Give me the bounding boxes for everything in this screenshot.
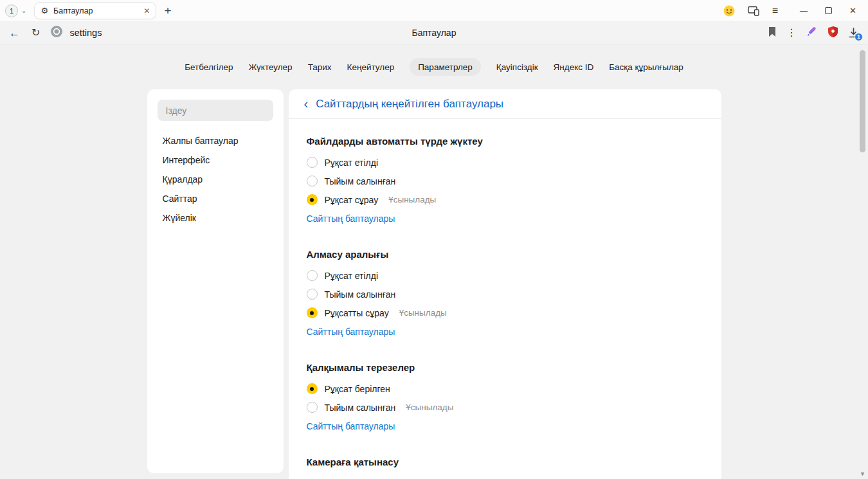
tab-title: Баптаулар [53,6,138,15]
protect-shield-icon[interactable] [827,26,838,41]
minimize-button[interactable]: — [800,6,808,15]
site-settings-link[interactable]: Сайттың баптаулары [307,327,395,337]
radio-icon[interactable] [307,402,318,413]
section-title: Камераға қатынасу [307,456,703,467]
recommended-badge: Ұсынылады [388,195,436,204]
radio-option[interactable]: Рұқсат етілді [307,153,703,172]
radio-icon[interactable] [307,307,318,318]
radio-label: Рұқсатты сұрау [325,308,389,318]
panel-body: Файлдарды автоматты түрде жүктеу Рұқсат … [289,119,721,479]
new-tab-button[interactable]: + [164,5,171,17]
radio-icon[interactable] [307,194,318,205]
radio-icon[interactable] [307,270,318,281]
tab-group-chevron-icon[interactable]: ⌄ [20,7,28,14]
tab-strip: 1 ⌄ ⚙ Баптаулар ✕ + [0,0,868,21]
site-settings-link[interactable]: Сайттың баптаулары [307,213,395,224]
scrollbar-down-arrow[interactable]: ▼ [857,471,868,477]
radio-label: Рұқсат етілді [325,271,379,281]
camera-section: Камераға қатынасу cv9734_azurewave_camer… [307,456,703,479]
maximize-button[interactable] [825,5,832,17]
settings-section: Қалқымалы терезелер Рұқсат берілген Тыйы… [307,362,703,432]
settings-section: Алмасу аралығы Рұқсат етілді Тыйым салын… [307,249,703,338]
radio-option[interactable]: Рұқсат сұрау Ұсынылады [307,190,703,209]
radio-option[interactable]: Рұқсат берілген [307,379,703,398]
settings-nav-tab[interactable]: Басқа құрылғылар [609,58,683,76]
browser-window: 1 ⌄ ⚙ Баптаулар ✕ + [0,0,868,479]
profile-avatar[interactable] [723,5,735,17]
radio-icon[interactable] [307,176,318,186]
site-settings-link[interactable]: Сайттың баптаулары [307,421,395,431]
refresh-button[interactable]: ↻ [32,28,40,38]
radio-option[interactable]: Тыйым салынған [307,285,703,303]
recommended-badge: Ұсынылады [399,308,447,318]
tab-group[interactable]: 1 ⌄ [5,5,28,17]
radio-option[interactable]: Рұқсат етілді [307,266,703,285]
radio-label: Рұқсат берілген [325,384,390,394]
settings-nav: БетбелгілерЖүктеулерТарихКеңейтулерПарам… [0,45,868,76]
option-list: Рұқсат берілген Тыйым салынған Ұсынылады [307,379,703,417]
radio-option[interactable]: Тыйым салынған [307,172,703,190]
settings-nav-tab[interactable]: Кеңейтулер [347,58,395,76]
radio-label: Рұқсат сұрау [325,195,379,205]
settings-nav-tab[interactable]: Жүктеулер [249,58,293,76]
browser-tab[interactable]: ⚙ Баптаулар ✕ [34,2,156,19]
toolbar-right: ⋮ [768,26,859,41]
tab-gear-icon: ⚙ [41,6,48,15]
settings-nav-tab[interactable]: Қауіпсіздік [496,58,538,76]
settings-page: БетбелгілерЖүктеулерТарихКеңейтулерПарам… [0,45,868,479]
settings-panel: ‹ Сайттардың кеңейтілген баптаулары Файл… [289,89,721,479]
settings-nav-tab[interactable]: Бетбелгілер [185,58,233,76]
tab-group-count[interactable]: 1 [5,5,18,17]
sidebar-item[interactable]: Жалпы баптаулар [158,131,273,150]
settings-nav-tab[interactable]: Параметрлер [410,58,481,76]
sidebar-item[interactable]: Интерфейс [158,150,273,170]
page-title[interactable]: Сайттардың кеңейтілген баптаулары [316,98,503,111]
more-menu-icon[interactable]: ⋮ [786,28,797,38]
radio-icon[interactable] [307,157,318,168]
browser-menu-icon[interactable]: ≡ [772,6,778,16]
sidebar-item[interactable]: Жүйелік [158,208,273,228]
radio-option[interactable]: Рұқсатты сұрау Ұсынылады [307,303,703,322]
panel-header: ‹ Сайттардың кеңейтілген баптаулары [289,89,721,119]
section-title: Файлдарды автоматты түрде жүктеу [307,136,703,147]
settings-sidebar: Іздеу Жалпы баптауларИнтерфейсҚұралдарСа… [147,89,284,473]
window-controls: — ✕ [800,5,862,17]
sidebar-item[interactable]: Құралдар [158,170,273,189]
download-badge: 1 [854,33,863,41]
settings-content: Іздеу Жалпы баптауларИнтерфейсҚұралдарСа… [147,89,721,479]
page-scrollbar[interactable]: ▼ [857,45,868,479]
address-toolbar: ← ↻ settings Баптаулар ⋮ [0,21,868,45]
radio-label: Тыйым салынған [325,402,396,413]
section-title: Қалқымалы терезелер [307,362,703,373]
alice-pen-icon[interactable] [806,26,818,40]
radio-option[interactable]: Тыйым салынған Ұсынылады [307,398,703,417]
sections: Файлдарды автоматты түрде жүктеу Рұқсат … [307,136,703,432]
maximize-icon [825,7,832,14]
search-placeholder: Іздеу [166,105,187,116]
radio-label: Тыйым салынған [325,289,396,300]
devices-sync-icon[interactable] [748,6,759,16]
section-title: Алмасу аралығы [307,249,703,260]
settings-section: Файлдарды автоматты түрде жүктеу Рұқсат … [307,136,703,224]
recommended-badge: Ұсынылады [406,402,453,412]
address-bar[interactable]: settings [50,25,102,41]
tab-close-icon[interactable]: ✕ [143,6,150,15]
settings-nav-tab[interactable]: Тарих [308,58,332,76]
search-input[interactable]: Іздеу [158,100,273,121]
site-icon[interactable] [50,25,63,41]
radio-icon[interactable] [307,383,318,394]
url-text[interactable]: settings [69,28,102,38]
tab-strip-right: ≡ — ✕ [723,5,862,17]
radio-icon[interactable] [307,289,318,300]
option-list: Рұқсат етілді Тыйым салынған Рұқсатты сұ… [307,266,703,322]
omnibox-page-title: Баптаулар [412,28,457,38]
header-back-icon[interactable]: ‹ [304,97,309,110]
sidebar-item[interactable]: Сайттар [158,189,273,208]
scrollbar-thumb[interactable] [860,50,865,152]
downloads-button[interactable]: 1 [848,28,859,39]
option-list: Рұқсат етілді Тыйым салынған Рұқсат сұра… [307,153,703,209]
settings-nav-tab[interactable]: Яндекс ID [554,58,594,76]
back-button[interactable]: ← [9,28,20,39]
bookmark-icon[interactable] [768,26,777,40]
close-window-button[interactable]: ✕ [849,6,856,15]
